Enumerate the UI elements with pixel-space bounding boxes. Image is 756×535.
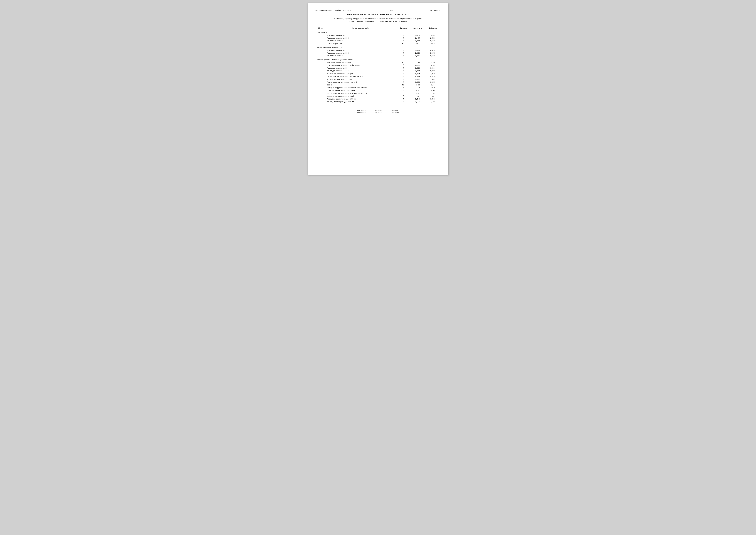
table-row: Закладные деталиТ0,0680,IIO [315, 40, 441, 42]
footer-section: Составил Проверил Шилова Нагаева Шилова … [315, 109, 441, 113]
table-row: Фрагмент I [315, 30, 441, 34]
cell-name: Арматура класса А–III [326, 37, 396, 40]
cell-add: 0,629 [425, 70, 441, 72]
section-header-cell: Прочие работы. Вентиляционные шахты [315, 57, 441, 61]
cell-num [315, 95, 326, 98]
cell-exclude: 30,I [410, 42, 425, 45]
cell-unit: Т [396, 75, 410, 78]
cell-add: 0,IIO [425, 40, 441, 42]
cell-exclude: 0,625 [410, 70, 425, 72]
subtitle-line1: к типовому проекту сооружения встроенног… [315, 17, 441, 20]
cell-name: Рамка решетки из арматуры А–I [326, 81, 396, 84]
cell-exclude: 0,068 [410, 40, 425, 42]
cell-name: Заполнение козырька цементным раствором [326, 92, 396, 95]
cell-unit: " [396, 92, 410, 95]
document-page: А–IV–600–0480.90 Альбом IO книга I I22 С… [308, 3, 448, 175]
cell-name: Закладные детали [326, 54, 396, 57]
signature-1: Шилова [375, 109, 382, 111]
cell-add: I,062 [425, 78, 441, 81]
header-left: А–IV–600–0480.90 Альбом IO книга I [315, 9, 353, 11]
cell-add: 0,0I5 [425, 81, 441, 84]
table-row: Арматура класса А–IТ0,0830,086 [315, 67, 441, 70]
signature-2: Нагаева [375, 111, 382, 113]
cell-add: 29,9 [425, 42, 441, 45]
cell-unit: " [396, 95, 410, 98]
cell-add: 0,538 [425, 98, 441, 100]
cell-exclude: 0,083 [410, 67, 425, 70]
cell-unit: м3 [396, 42, 410, 45]
cell-name: Арматура класса А–I [326, 34, 396, 37]
cell-add: I2,6 [425, 86, 441, 89]
footer-signatures: Шилова Нагаева [375, 109, 382, 113]
cell-exclude: 0,446 [410, 75, 425, 78]
table-row: Арматура класса А–IТ0,0I90,02 [315, 34, 441, 37]
cell-num [315, 78, 326, 81]
cell-name: Затирка наружной поверхности ж/б ствола [326, 86, 396, 89]
cell-exclude: 0,0I9 [410, 34, 425, 37]
cell-add: 2,6 [425, 84, 441, 86]
table-row: Окраска металлоконструкций"2635 [315, 95, 441, 98]
main-table: №№ пп Наименование работ Ед.изм. Исключи… [315, 26, 441, 103]
cell-unit: Т [396, 98, 410, 100]
main-table-container: №№ пп Наименование работ Ед.изм. Исключи… [315, 26, 441, 103]
cell-name: То же, из листовой стали [326, 78, 396, 81]
cell-add: 0,874 [425, 75, 441, 78]
cell-unit: Т [396, 49, 410, 52]
cell-add: I,I52 [425, 100, 441, 103]
cell-name: Окраска металлоконструкций [326, 95, 396, 98]
cell-unit: Т [396, 81, 410, 84]
cell-unit: Т [396, 34, 410, 37]
table-row: Слив из цементного раствора"6,57,25 [315, 89, 441, 92]
compiled-label: Составил [357, 109, 365, 111]
table-row: Стоимость металлоконструкций из трубТ0,4… [315, 75, 441, 78]
cell-num [315, 52, 326, 54]
cell-exclude: 0,546 [410, 98, 425, 100]
cell-add: 2,5I9 [425, 37, 441, 40]
name-2: Нагаева [392, 111, 399, 113]
table-row: Прочие работы. Вентиляционные шахты [315, 57, 441, 61]
cell-add: 0,02 [425, 34, 441, 37]
cell-name: Арматура класса А–III [326, 52, 396, 54]
subtitle-line2: IV класс защиты сооружения, 3 климатичес… [315, 20, 441, 23]
cell-num [315, 72, 326, 75]
cell-exclude: I,653 [410, 52, 425, 54]
cell-name: Закладные детали [326, 40, 396, 42]
cell-unit: м3 [396, 61, 410, 64]
cell-unit: Т [396, 67, 410, 70]
table-row: Заполнение козырька цементным раствором"… [315, 92, 441, 95]
cell-unit: Т [396, 54, 410, 57]
cell-add: I0,59 [425, 64, 441, 67]
cell-add: I,946 [425, 72, 441, 75]
cell-unit: Т [396, 100, 410, 103]
cell-name: Бетонирование ствола трубы БМ300 [326, 64, 396, 67]
cell-num [315, 81, 326, 84]
cell-add: II,69 [425, 92, 441, 95]
table-row: СеткаМ22,282,6 [315, 84, 441, 86]
footer-names: Шилова Нагаева [392, 109, 399, 113]
table-row: Арматура класса А–IIIТ2,4772,5I9 [315, 37, 441, 40]
cell-unit: " [396, 86, 410, 89]
cell-exclude: II,3 [410, 86, 425, 89]
cell-num [315, 64, 326, 67]
cell-add: I,65I [425, 52, 441, 54]
cell-num [315, 40, 326, 42]
cell-exclude: 2,477 [410, 37, 425, 40]
cell-name: Арматура класса А–III [326, 70, 396, 72]
cell-exclude: 0,787 [410, 78, 425, 81]
table-row: Патрубки диаметром до 250 ммТ0,5460,538 [315, 98, 441, 100]
album-label: Альбом IO книга I [335, 9, 353, 11]
cell-num [315, 84, 326, 86]
table-row: Затирка наружной поверхности ж/б ствола"… [315, 86, 441, 89]
cell-num [315, 54, 326, 57]
cell-name: Патрубки диаметром до 250 мм [326, 98, 396, 100]
cell-unit: Т [396, 52, 410, 54]
col-header-num: №№ пп [315, 26, 326, 30]
cell-num [315, 70, 326, 72]
col-header-add: Добавить [425, 26, 441, 30]
cell-exclude: 2,28 [410, 84, 425, 86]
cell-num [315, 49, 326, 52]
cell-num [315, 89, 326, 92]
cell-num [315, 42, 326, 45]
col-header-unit: Ед.изм. [396, 26, 410, 30]
cell-unit: Т [396, 40, 410, 42]
